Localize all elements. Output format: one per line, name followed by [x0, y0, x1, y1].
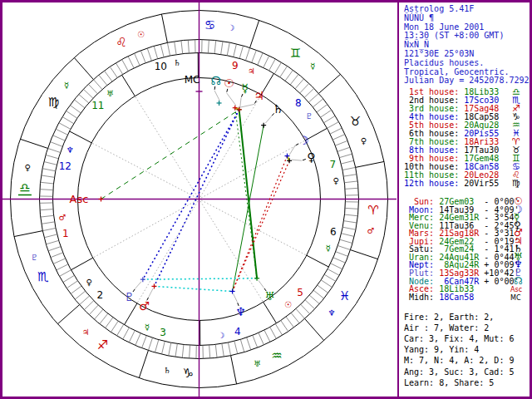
header-line: 13:30 (ST +8:00 GMT): [404, 32, 504, 40]
header-line: Placidus houses.: [404, 59, 484, 67]
header-text: Julian Day = 2452078.7292: [404, 76, 530, 85]
stats-row: Ang: 3, Suc: 3, Cad: 5: [404, 368, 514, 377]
header-line: Julian Day = 2452078.7292: [404, 76, 530, 85]
header-text: ÑÚÑÙ ¶: [404, 13, 434, 22]
house-sign-icon: ♍: [512, 180, 520, 188]
planet-motion: [479, 293, 484, 302]
astrolog-window: ☉☽☿♀♂♃♄♅♆♇☊1♂2♀3☿4☽5☉6☿7♀8♇9♃10♄11♅12♆♈♂…: [0, 0, 532, 399]
stats-text: Fire: 2, Earth: 2,: [404, 313, 494, 322]
house-cusp-value: 20Vir55: [464, 179, 499, 188]
header-text: Mon 18 June 2001: [404, 22, 484, 32]
planet-position: 18Can58: [439, 293, 479, 302]
stats-row: Air : 7, Water: 2: [404, 324, 489, 332]
header-line: Mon 18 June 2001: [404, 23, 484, 32]
header-line: ÑÚÑÙ ¶: [404, 14, 434, 22]
stats-text: Yang: 9, Yin: 4: [404, 345, 479, 354]
header-text: 13:30 (ST +8:00 GMT): [404, 31, 504, 40]
stats-text: Ang: 3, Suc: 3, Cad: 5: [404, 367, 514, 377]
header-line: ÑxÑ_Ñ: [404, 41, 429, 49]
planet-glyph-icon: ☊: [514, 277, 523, 285]
panel-divider: [397, 0, 399, 399]
planet-row: Midh: 18Can58: [404, 293, 484, 302]
header-text: Placidus houses.: [404, 58, 484, 67]
header-line: Astrolog 5.41F: [404, 5, 474, 13]
header-line: 121°30E 25°03N: [404, 50, 474, 58]
planet-glyph-icon: MC: [510, 294, 521, 303]
app-title: Astrolog 5.41F: [404, 4, 474, 13]
house-row: 12th house: 20Vir55: [404, 180, 499, 188]
stats-row: Learn: 8, Share: 5: [404, 379, 494, 387]
stats-text: M: 7, N: 4, A: 2, D: 9: [404, 356, 514, 365]
stats-row: Car: 3, Fix: 4, Mut: 6: [404, 335, 514, 343]
stats-row: Fire: 2, Earth: 2,: [404, 313, 494, 322]
info-panel: Astrolog 5.41FÑÚÑÙ ¶Mon 18 June 200113:3…: [0, 0, 532, 399]
stats-row: Yang: 9, Yin: 4: [404, 346, 479, 354]
planet-label: Midh:: [404, 293, 439, 302]
house-label: 12th house:: [404, 179, 464, 188]
header-text: ÑxÑ_Ñ: [404, 40, 429, 49]
stats-row: M: 7, N: 4, A: 2, D: 9: [404, 357, 514, 365]
header-text: 121°30E 25°03N: [404, 49, 474, 58]
stats-text: Learn: 8, Share: 5: [404, 378, 494, 387]
stats-text: Air : 7, Water: 2: [404, 323, 489, 332]
header-text: Tropical, Geocentric.: [404, 67, 509, 76]
planet-glyph-icon: Asc: [510, 286, 522, 294]
stats-text: Car: 3, Fix: 4, Mut: 6: [404, 334, 514, 343]
header-line: Tropical, Geocentric.: [404, 68, 509, 76]
